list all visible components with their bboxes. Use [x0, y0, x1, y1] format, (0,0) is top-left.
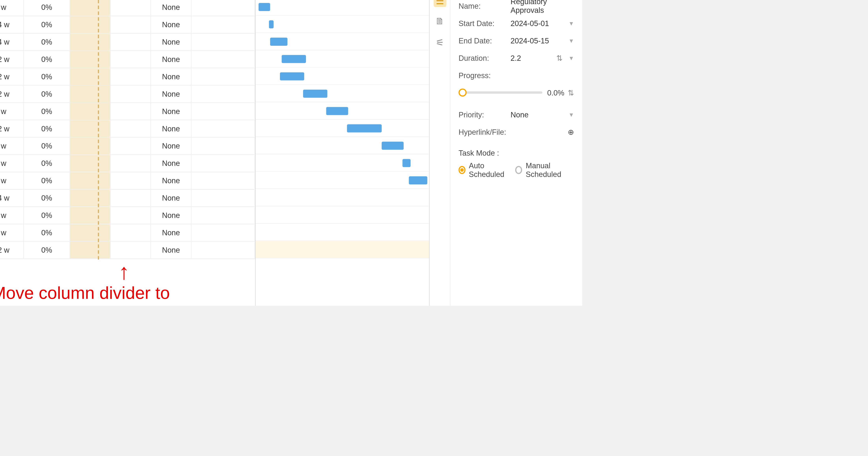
- gantt-row[interactable]: [256, 33, 429, 50]
- cell-predecessors[interactable]: [70, 34, 111, 50]
- cell-resources[interactable]: [191, 155, 255, 172]
- cell-predecessors[interactable]: [70, 241, 111, 258]
- notes-panel-icon[interactable]: 🗎: [433, 15, 446, 28]
- table-row[interactable]: 15Obtain Regulatory Approvals2024-05-012…: [0, 241, 255, 259]
- gantt-bar[interactable]: [303, 90, 327, 98]
- chevron-down-icon[interactable]: ▼: [568, 111, 574, 118]
- cell-priority[interactable]: None: [151, 68, 191, 85]
- cell-duration[interactable]: 3.4 w: [0, 190, 24, 206]
- cell-successors[interactable]: [111, 138, 151, 155]
- cell-successors[interactable]: [111, 103, 151, 120]
- cell-successors[interactable]: [111, 241, 151, 258]
- cell-duration[interactable]: 1 w: [0, 155, 24, 172]
- cell-predecessors[interactable]: [70, 0, 111, 16]
- cell-priority[interactable]: None: [151, 34, 191, 50]
- cell-predecessors[interactable]: [70, 103, 111, 120]
- gantt-row[interactable]: [256, 189, 429, 206]
- gantt-bar[interactable]: [382, 141, 404, 150]
- cell-duration[interactable]: 2 w: [0, 172, 24, 189]
- cell-predecessors[interactable]: [70, 224, 111, 241]
- cell-progress[interactable]: 0%: [24, 224, 70, 241]
- gantt-row[interactable]: [256, 155, 429, 172]
- cell-predecessors[interactable]: [70, 51, 111, 68]
- cell-resources[interactable]: [191, 34, 255, 50]
- cell-resources[interactable]: [191, 120, 255, 137]
- gantt-row[interactable]: [256, 102, 429, 120]
- gantt-bar[interactable]: [282, 55, 306, 63]
- cell-priority[interactable]: None: [151, 190, 191, 206]
- slider-thumb[interactable]: [459, 89, 467, 97]
- cell-resources[interactable]: [191, 190, 255, 206]
- priority-field[interactable]: None: [510, 110, 568, 119]
- table-row[interactable]: 10Implement Design Changes2024-03-042024…: [0, 155, 255, 172]
- cell-priority[interactable]: None: [151, 0, 191, 16]
- cell-priority[interactable]: None: [151, 138, 191, 155]
- cell-successors[interactable]: [111, 0, 151, 16]
- cell-duration[interactable]: 2.2 w: [0, 86, 24, 102]
- gantt-bar[interactable]: [347, 124, 382, 132]
- cell-priority[interactable]: None: [151, 172, 191, 189]
- cell-progress[interactable]: 0%: [24, 207, 70, 224]
- gantt-row[interactable]: [256, 120, 429, 137]
- stepper-icon[interactable]: ⇅: [556, 54, 563, 62]
- table-row[interactable]: 5Create Design Prototypes2023-12-202024-…: [0, 68, 255, 86]
- column-divider-drag[interactable]: [98, 0, 99, 260]
- progress-slider[interactable]: [459, 91, 542, 94]
- table-row[interactable]: 4Design Concept Generation2023-12-212024…: [0, 51, 255, 68]
- gantt-bar[interactable]: [269, 20, 273, 28]
- cell-progress[interactable]: 0%: [24, 34, 70, 50]
- cell-resources[interactable]: [191, 172, 255, 189]
- cell-successors[interactable]: [111, 16, 151, 33]
- cell-resources[interactable]: [191, 0, 255, 16]
- table-row[interactable]: 3Conduct Market Research2023-12-142023-1…: [0, 34, 255, 51]
- cell-priority[interactable]: None: [151, 155, 191, 172]
- cell-progress[interactable]: 0%: [24, 0, 70, 16]
- cell-progress[interactable]: 0%: [24, 103, 70, 120]
- cell-duration[interactable]: 2.2 w: [0, 241, 24, 258]
- cell-successors[interactable]: [111, 224, 151, 241]
- cell-priority[interactable]: None: [151, 241, 191, 258]
- cell-predecessors[interactable]: [70, 120, 111, 137]
- cell-predecessors[interactable]: [70, 86, 111, 102]
- gantt-row[interactable]: [256, 206, 429, 224]
- cell-progress[interactable]: 0%: [24, 138, 70, 155]
- gantt-row[interactable]: [256, 16, 429, 33]
- table-row[interactable]: 6Finalize Product Design2024-01-032024-0…: [0, 86, 255, 103]
- cell-progress[interactable]: 0%: [24, 120, 70, 137]
- cell-priority[interactable]: None: [151, 86, 191, 102]
- cell-duration[interactable]: 2 w: [0, 207, 24, 224]
- cell-successors[interactable]: [111, 155, 151, 172]
- cell-priority[interactable]: None: [151, 224, 191, 241]
- cell-progress[interactable]: 0%: [24, 86, 70, 102]
- gantt-bar[interactable]: [326, 107, 348, 115]
- cell-successors[interactable]: [111, 86, 151, 102]
- cell-predecessors[interactable]: [70, 138, 111, 155]
- table-row[interactable]: 13Identify and Address Bugs2024-04-12202…: [0, 207, 255, 224]
- task-panel-icon[interactable]: ☰: [433, 0, 446, 7]
- cell-resources[interactable]: [191, 103, 255, 120]
- chevron-down-icon[interactable]: ▼: [568, 20, 574, 26]
- cell-predecessors[interactable]: [70, 155, 111, 172]
- gantt-row[interactable]: [256, 68, 429, 85]
- cell-progress[interactable]: 0%: [24, 51, 70, 68]
- cell-duration[interactable]: 2.2 w: [0, 51, 24, 68]
- cell-duration[interactable]: 2 w: [0, 138, 24, 155]
- cell-progress[interactable]: 0%: [24, 241, 70, 258]
- gantt-row[interactable]: [256, 0, 429, 16]
- filter-panel-icon[interactable]: ⚟: [433, 36, 446, 48]
- cell-successors[interactable]: [111, 190, 151, 206]
- cell-duration[interactable]: 1.4 w: [0, 34, 24, 50]
- cell-duration[interactable]: 0.4 w: [0, 16, 24, 33]
- cell-successors[interactable]: [111, 120, 151, 137]
- gantt-bar[interactable]: [280, 72, 304, 80]
- cell-progress[interactable]: 0%: [24, 68, 70, 85]
- cell-progress[interactable]: 0%: [24, 16, 70, 33]
- cell-progress[interactable]: 0%: [24, 172, 70, 189]
- cell-duration[interactable]: 1 w: [0, 0, 24, 16]
- cell-priority[interactable]: None: [151, 51, 191, 68]
- gantt-row[interactable]: [256, 172, 429, 189]
- cell-resources[interactable]: [191, 16, 255, 33]
- cell-successors[interactable]: [111, 68, 151, 85]
- cell-duration[interactable]: 1 w: [0, 224, 24, 241]
- cell-predecessors[interactable]: [70, 68, 111, 85]
